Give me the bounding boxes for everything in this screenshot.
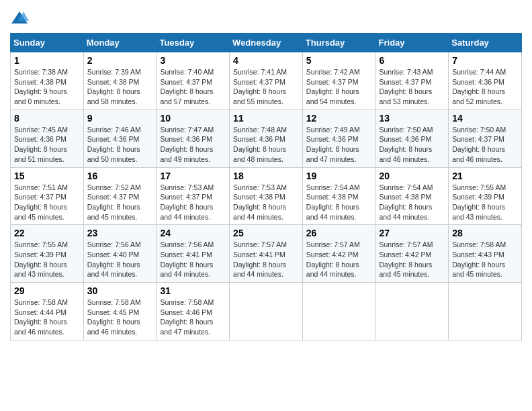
weekday-header: Saturday (449, 34, 522, 52)
calendar-day-cell: 31Sunrise: 7:58 AMSunset: 4:46 PMDayligh… (157, 283, 230, 340)
calendar-day-cell: 22Sunrise: 7:55 AMSunset: 4:39 PMDayligh… (11, 225, 84, 283)
day-info: Sunrise: 7:40 AMSunset: 4:37 PMDaylight:… (160, 67, 226, 107)
day-info: Sunrise: 7:42 AMSunset: 4:37 PMDaylight:… (306, 67, 372, 107)
day-number: 13 (380, 113, 445, 124)
empty-cell (449, 283, 522, 340)
calendar-day-cell: 3Sunrise: 7:40 AMSunset: 4:37 PMDaylight… (157, 52, 230, 110)
weekday-header: Thursday (302, 34, 375, 52)
calendar-day-cell: 14Sunrise: 7:50 AMSunset: 4:37 PMDayligh… (449, 109, 522, 167)
day-info: Sunrise: 7:58 AMSunset: 4:43 PMDaylight:… (452, 240, 518, 279)
day-info: Sunrise: 7:54 AMSunset: 4:38 PMDaylight:… (306, 183, 372, 222)
day-info: Sunrise: 7:44 AMSunset: 4:36 PMDaylight:… (452, 67, 518, 107)
day-number: 14 (452, 113, 518, 124)
day-number: 2 (87, 55, 153, 66)
day-number: 31 (160, 285, 226, 296)
day-number: 28 (452, 228, 518, 238)
calendar-day-cell: 16Sunrise: 7:52 AMSunset: 4:37 PMDayligh… (83, 167, 157, 225)
day-info: Sunrise: 7:49 AMSunset: 4:36 PMDaylight:… (306, 125, 372, 165)
empty-cell (375, 283, 449, 340)
day-info: Sunrise: 7:38 AMSunset: 4:38 PMDaylight:… (14, 67, 80, 107)
day-number: 17 (160, 171, 226, 181)
day-number: 9 (87, 113, 153, 124)
day-info: Sunrise: 7:52 AMSunset: 4:37 PMDaylight:… (87, 183, 153, 222)
day-info: Sunrise: 7:41 AMSunset: 4:37 PMDaylight:… (233, 67, 299, 107)
calendar-day-cell: 1Sunrise: 7:38 AMSunset: 4:38 PMDaylight… (11, 52, 84, 110)
calendar-day-cell: 5Sunrise: 7:42 AMSunset: 4:37 PMDaylight… (302, 52, 375, 110)
day-info: Sunrise: 7:50 AMSunset: 4:37 PMDaylight:… (452, 125, 518, 165)
calendar-day-cell: 12Sunrise: 7:49 AMSunset: 4:36 PMDayligh… (302, 109, 375, 167)
day-info: Sunrise: 7:57 AMSunset: 4:41 PMDaylight:… (233, 240, 299, 279)
day-info: Sunrise: 7:43 AMSunset: 4:37 PMDaylight:… (380, 67, 445, 107)
weekday-header: Monday (83, 34, 157, 52)
calendar-day-cell: 21Sunrise: 7:55 AMSunset: 4:39 PMDayligh… (449, 167, 522, 225)
empty-cell (230, 283, 303, 340)
day-number: 22 (14, 228, 80, 238)
day-info: Sunrise: 7:57 AMSunset: 4:42 PMDaylight:… (380, 240, 445, 279)
day-number: 7 (452, 55, 518, 66)
calendar-day-cell: 25Sunrise: 7:57 AMSunset: 4:41 PMDayligh… (230, 225, 303, 283)
calendar-day-cell: 18Sunrise: 7:53 AMSunset: 4:38 PMDayligh… (230, 167, 303, 225)
calendar-day-cell: 29Sunrise: 7:58 AMSunset: 4:44 PMDayligh… (11, 283, 84, 340)
day-number: 27 (380, 228, 445, 238)
day-info: Sunrise: 7:58 AMSunset: 4:44 PMDaylight:… (14, 298, 80, 337)
day-info: Sunrise: 7:53 AMSunset: 4:37 PMDaylight:… (160, 183, 226, 222)
calendar-day-cell: 23Sunrise: 7:56 AMSunset: 4:40 PMDayligh… (83, 225, 157, 283)
calendar-day-cell: 7Sunrise: 7:44 AMSunset: 4:36 PMDaylight… (449, 52, 522, 110)
calendar-day-cell: 13Sunrise: 7:50 AMSunset: 4:36 PMDayligh… (375, 109, 449, 167)
calendar-day-cell: 10Sunrise: 7:47 AMSunset: 4:36 PMDayligh… (157, 109, 230, 167)
calendar-day-cell: 9Sunrise: 7:46 AMSunset: 4:36 PMDaylight… (83, 109, 157, 167)
day-info: Sunrise: 7:55 AMSunset: 4:39 PMDaylight:… (452, 183, 518, 222)
day-info: Sunrise: 7:56 AMSunset: 4:41 PMDaylight:… (160, 240, 226, 279)
calendar-day-cell: 11Sunrise: 7:48 AMSunset: 4:36 PMDayligh… (230, 109, 303, 167)
day-info: Sunrise: 7:58 AMSunset: 4:46 PMDaylight:… (160, 298, 226, 337)
day-number: 18 (233, 171, 299, 181)
calendar-day-cell: 28Sunrise: 7:58 AMSunset: 4:43 PMDayligh… (449, 225, 522, 283)
logo (10, 10, 32, 26)
day-number: 5 (306, 55, 372, 66)
day-number: 8 (14, 113, 80, 124)
day-info: Sunrise: 7:51 AMSunset: 4:37 PMDaylight:… (14, 183, 80, 222)
day-number: 15 (14, 171, 80, 181)
weekday-header: Wednesday (230, 34, 303, 52)
day-number: 26 (306, 228, 372, 238)
day-number: 1 (14, 55, 80, 66)
calendar-table: SundayMondayTuesdayWednesdayThursdayFrid… (10, 33, 522, 340)
day-info: Sunrise: 7:50 AMSunset: 4:36 PMDaylight:… (380, 125, 445, 165)
calendar-day-cell: 30Sunrise: 7:58 AMSunset: 4:45 PMDayligh… (83, 283, 157, 340)
calendar-day-cell: 4Sunrise: 7:41 AMSunset: 4:37 PMDaylight… (230, 52, 303, 110)
day-number: 24 (160, 228, 226, 238)
calendar-day-cell: 2Sunrise: 7:39 AMSunset: 4:38 PMDaylight… (83, 52, 157, 110)
day-number: 25 (233, 228, 299, 238)
day-info: Sunrise: 7:45 AMSunset: 4:36 PMDaylight:… (14, 125, 80, 165)
day-number: 20 (380, 171, 445, 181)
day-number: 23 (87, 228, 153, 238)
day-number: 16 (87, 171, 153, 181)
day-number: 6 (380, 55, 445, 66)
calendar-day-cell: 27Sunrise: 7:57 AMSunset: 4:42 PMDayligh… (375, 225, 449, 283)
day-info: Sunrise: 7:56 AMSunset: 4:40 PMDaylight:… (87, 240, 153, 279)
day-number: 19 (306, 171, 372, 181)
page-header (10, 10, 522, 26)
day-info: Sunrise: 7:55 AMSunset: 4:39 PMDaylight:… (14, 240, 80, 279)
weekday-header: Sunday (11, 34, 84, 52)
calendar-day-cell: 15Sunrise: 7:51 AMSunset: 4:37 PMDayligh… (11, 167, 84, 225)
calendar-day-cell: 19Sunrise: 7:54 AMSunset: 4:38 PMDayligh… (302, 167, 375, 225)
weekday-header: Friday (375, 34, 449, 52)
day-info: Sunrise: 7:47 AMSunset: 4:36 PMDaylight:… (160, 125, 226, 165)
day-number: 21 (452, 171, 518, 181)
calendar-day-cell: 26Sunrise: 7:57 AMSunset: 4:42 PMDayligh… (302, 225, 375, 283)
day-info: Sunrise: 7:39 AMSunset: 4:38 PMDaylight:… (87, 67, 153, 107)
day-number: 11 (233, 113, 299, 124)
empty-cell (302, 283, 375, 340)
weekday-header: Tuesday (157, 34, 230, 52)
calendar-day-cell: 17Sunrise: 7:53 AMSunset: 4:37 PMDayligh… (157, 167, 230, 225)
day-number: 3 (160, 55, 226, 66)
day-info: Sunrise: 7:58 AMSunset: 4:45 PMDaylight:… (87, 298, 153, 337)
day-info: Sunrise: 7:57 AMSunset: 4:42 PMDaylight:… (306, 240, 372, 279)
calendar-day-cell: 6Sunrise: 7:43 AMSunset: 4:37 PMDaylight… (375, 52, 449, 110)
calendar-day-cell: 20Sunrise: 7:54 AMSunset: 4:38 PMDayligh… (375, 167, 449, 225)
day-info: Sunrise: 7:48 AMSunset: 4:36 PMDaylight:… (233, 125, 299, 165)
calendar-day-cell: 8Sunrise: 7:45 AMSunset: 4:36 PMDaylight… (11, 109, 84, 167)
day-info: Sunrise: 7:53 AMSunset: 4:38 PMDaylight:… (233, 183, 299, 222)
day-number: 10 (160, 113, 226, 124)
